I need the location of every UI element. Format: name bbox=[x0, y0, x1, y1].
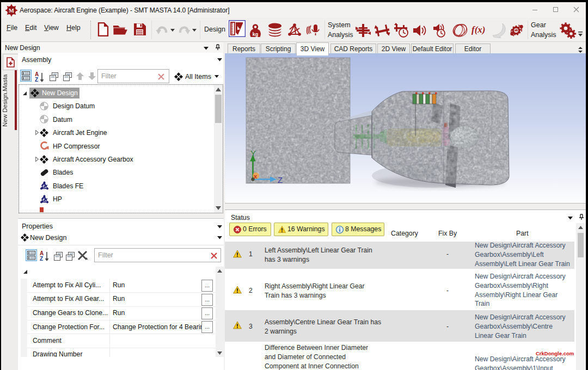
svg-text:Z: Z bbox=[35, 77, 38, 82]
svg-text:Z: Z bbox=[40, 256, 43, 261]
svg-text:M: M bbox=[9, 8, 14, 14]
svg-text:Z: Z bbox=[278, 175, 283, 184]
svg-text:Y: Y bbox=[250, 149, 256, 158]
svg-text:kg: kg bbox=[253, 32, 259, 37]
